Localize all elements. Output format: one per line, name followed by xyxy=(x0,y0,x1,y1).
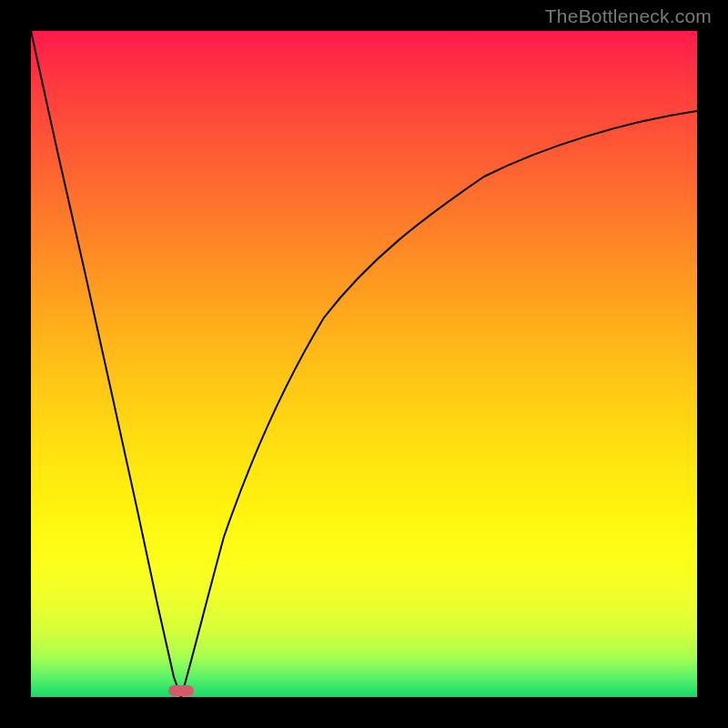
curve-left-branch xyxy=(31,31,181,697)
plot-area xyxy=(31,31,697,697)
chart-frame: TheBottleneck.com xyxy=(0,0,728,728)
watermark-text: TheBottleneck.com xyxy=(545,5,712,27)
curve-layer xyxy=(31,31,697,697)
min-marker xyxy=(168,685,194,696)
curve-right-branch xyxy=(181,111,697,697)
